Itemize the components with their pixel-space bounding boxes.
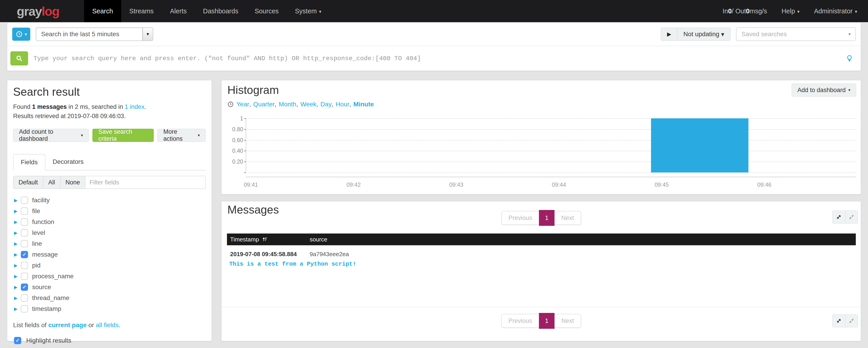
help-menu[interactable]: Help▾ bbox=[781, 7, 800, 15]
clock-icon bbox=[16, 31, 23, 38]
resolution-hour[interactable]: Hour bbox=[336, 101, 349, 108]
highlight-results-row: ✓ Highlight results bbox=[13, 337, 206, 344]
refresh-interval-button[interactable]: Not updating ▾ bbox=[677, 28, 731, 41]
field-checkbox-facility[interactable]: ✓ bbox=[21, 197, 28, 204]
saved-searches-select[interactable]: Saved searches ▾ bbox=[736, 27, 856, 41]
expand-icon bbox=[835, 317, 842, 324]
refresh-button-group: ▶ Not updating ▾ bbox=[661, 28, 731, 41]
search-controls-panel: ▾ Search in the last 5 minutes ▼ ▶ Not u… bbox=[7, 22, 861, 71]
current-page-link[interactable]: current page bbox=[49, 321, 87, 328]
field-checkbox-message[interactable]: ✓ bbox=[21, 251, 28, 258]
search-query-input[interactable] bbox=[33, 55, 843, 62]
graylog-logo[interactable]: graylog bbox=[0, 0, 84, 22]
source-column-header: source bbox=[310, 233, 327, 245]
expand-caret-icon[interactable]: ▶ bbox=[14, 263, 20, 268]
nav-item-alerts[interactable]: Alerts bbox=[162, 0, 195, 22]
field-row-file: ▶✓file bbox=[13, 206, 206, 216]
expand-messages-button[interactable] bbox=[832, 210, 845, 224]
throughput-indicator[interactable]: In 0 / Out 0 msg/s bbox=[723, 7, 767, 15]
search-submit-button[interactable] bbox=[10, 51, 28, 65]
tab-fields[interactable]: Fields bbox=[13, 154, 45, 170]
histogram-bar[interactable] bbox=[651, 118, 748, 172]
field-filter-group: Default All None bbox=[13, 176, 206, 189]
fields-default-button[interactable]: Default bbox=[13, 176, 43, 189]
messages-resize-controls bbox=[832, 210, 858, 224]
collapse-messages-button[interactable] bbox=[845, 314, 858, 327]
filter-fields-input[interactable] bbox=[86, 176, 206, 189]
tab-decorators[interactable]: Decorators bbox=[45, 154, 91, 170]
field-checkbox-line[interactable]: ✓ bbox=[21, 240, 28, 247]
collapse-icon bbox=[848, 213, 855, 221]
user-menu[interactable]: Administrator▾ bbox=[814, 7, 857, 15]
refresh-controls: ▶ Not updating ▾ Saved searches ▾ bbox=[661, 27, 856, 41]
message-count: 1 messages bbox=[32, 104, 67, 110]
sort-ascending-icon bbox=[262, 236, 268, 242]
fields-none-button[interactable]: None bbox=[60, 176, 86, 189]
more-actions-button[interactable]: More actions▾ bbox=[157, 129, 206, 142]
expand-caret-icon[interactable]: ▶ bbox=[14, 219, 20, 225]
resolution-week[interactable]: Week bbox=[301, 101, 316, 108]
resolution-minute[interactable]: Minute bbox=[353, 101, 374, 108]
resolution-quarter[interactable]: Quarter bbox=[253, 101, 275, 108]
top-navbar: graylog Search Streams Alerts Dashboards… bbox=[0, 0, 868, 22]
expand-caret-icon[interactable]: ▶ bbox=[14, 208, 20, 214]
expand-caret-icon[interactable]: ▶ bbox=[14, 273, 20, 279]
field-checkbox-thread-name[interactable]: ✓ bbox=[21, 294, 28, 301]
save-search-button[interactable]: Save search criteria bbox=[92, 129, 154, 142]
expand-caret-icon[interactable]: ▶ bbox=[14, 295, 20, 301]
chevron-down-icon: ▾ bbox=[198, 133, 200, 138]
field-checkbox-process-name[interactable]: ✓ bbox=[21, 273, 28, 280]
field-checkbox-pid[interactable]: ✓ bbox=[21, 262, 28, 269]
field-checkbox-function[interactable]: ✓ bbox=[21, 219, 28, 226]
add-count-button[interactable]: Add count to dashboard▾ bbox=[13, 129, 89, 142]
expand-caret-icon[interactable]: ▶ bbox=[14, 241, 20, 246]
field-checkbox-level[interactable]: ✓ bbox=[21, 229, 28, 236]
previous-page-button[interactable]: Previous bbox=[502, 211, 539, 225]
expand-caret-icon[interactable]: ▶ bbox=[14, 306, 20, 312]
previous-page-button[interactable]: Previous bbox=[502, 314, 539, 327]
highlight-results-checkbox[interactable]: ✓ bbox=[14, 337, 21, 344]
pagination-top: Previous 1 Next bbox=[501, 211, 581, 225]
index-link[interactable]: 1 index bbox=[125, 104, 145, 110]
expand-caret-icon[interactable]: ▶ bbox=[14, 252, 20, 257]
expand-caret-icon[interactable]: ▶ bbox=[14, 230, 20, 236]
histogram-panel: Histogram Add to dashboard▾ Year, Quarte… bbox=[221, 80, 861, 195]
resolution-day[interactable]: Day bbox=[320, 101, 332, 108]
play-icon: ▶ bbox=[667, 31, 671, 37]
list-fields-line: List fields of current page or all field… bbox=[13, 321, 206, 329]
resolution-month[interactable]: Month bbox=[279, 101, 296, 108]
timerange-type-button[interactable]: ▾ bbox=[12, 28, 30, 41]
timerange-select[interactable]: Search in the last 5 minutes ▼ bbox=[36, 27, 153, 41]
query-row bbox=[7, 46, 861, 70]
resolution-year[interactable]: Year bbox=[237, 101, 249, 108]
timestamp-column-header[interactable]: Timestamp bbox=[230, 233, 268, 245]
all-fields-link[interactable]: all fields bbox=[96, 321, 119, 328]
field-checkbox-file[interactable]: ✓ bbox=[21, 207, 28, 215]
field-row-timestamp: ▶✓timestamp bbox=[13, 303, 206, 314]
expand-caret-icon[interactable]: ▶ bbox=[14, 198, 20, 203]
field-checkbox-source[interactable]: ✓ bbox=[21, 284, 28, 291]
nav-item-sources[interactable]: Sources bbox=[246, 0, 287, 22]
play-button[interactable]: ▶ bbox=[661, 28, 677, 41]
histogram-plot[interactable] bbox=[246, 118, 856, 172]
nav-item-dashboards[interactable]: Dashboards bbox=[195, 0, 246, 22]
current-page-button[interactable]: 1 bbox=[539, 210, 555, 226]
add-to-dashboard-button[interactable]: Add to dashboard▾ bbox=[792, 84, 856, 97]
chevron-down-icon: ▾ bbox=[25, 32, 27, 37]
next-page-button[interactable]: Next bbox=[555, 314, 581, 327]
expand-messages-button[interactable] bbox=[832, 314, 845, 327]
next-page-button[interactable]: Next bbox=[555, 211, 581, 225]
current-page-button[interactable]: 1 bbox=[539, 313, 555, 329]
field-checkbox-timestamp[interactable]: ✓ bbox=[21, 305, 28, 313]
lightbulb-icon[interactable] bbox=[845, 54, 854, 62]
field-row-thread-name: ▶✓thread_name bbox=[13, 293, 206, 303]
expand-caret-icon[interactable]: ▶ bbox=[14, 284, 20, 290]
nav-item-search[interactable]: Search bbox=[84, 0, 121, 22]
sidebar-tabs: Fields Decorators bbox=[13, 154, 206, 170]
fields-all-button[interactable]: All bbox=[43, 176, 61, 189]
message-row[interactable]: 2019-07-08 09:45:58.884 9a7943eee2ea Thi… bbox=[227, 245, 856, 272]
timerange-row: ▾ Search in the last 5 minutes ▼ ▶ Not u… bbox=[7, 23, 861, 46]
collapse-messages-button[interactable] bbox=[845, 210, 858, 224]
nav-item-streams[interactable]: Streams bbox=[121, 0, 162, 22]
nav-item-system[interactable]: System▾ bbox=[287, 0, 330, 22]
